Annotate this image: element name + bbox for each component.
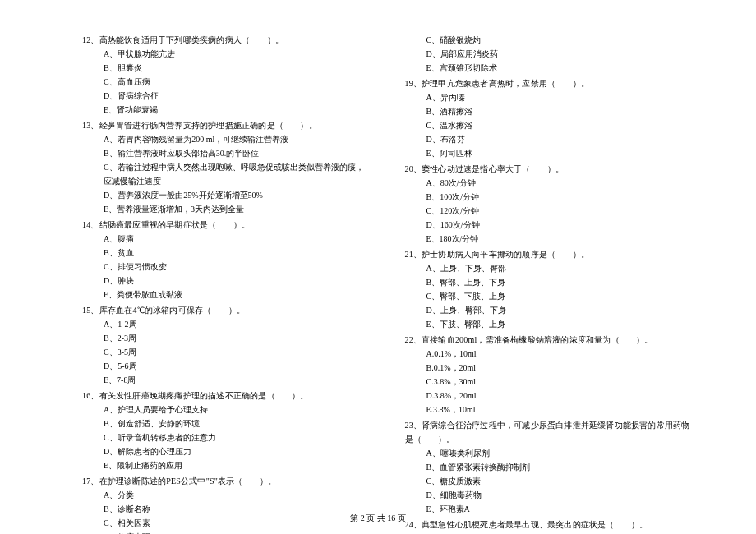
- question-title: 12、高热能饮食适用于下列哪类疾病的病人（ ）。: [82, 33, 368, 47]
- option: E、180次/分钟: [426, 232, 691, 246]
- question: 14、结肠癌最应重视的早期症状是（ ）。A、腹痛B、贫血C、排便习惯改变D、肿块…: [82, 218, 368, 302]
- option: D、5-6周: [104, 359, 368, 373]
- option: D、营养液浓度一般由25%开始逐渐增至50%: [104, 188, 368, 202]
- options: A、腹痛B、贫血C、排便习惯改变D、肿块E、粪便带脓血或黏液: [82, 232, 368, 302]
- option: A、腹痛: [104, 232, 368, 246]
- option: E、粪便带脓血或黏液: [104, 288, 368, 302]
- question-title: 16、有关发性肝癌晚期疼痛护理的描述不正确的是（ ）。: [82, 389, 368, 403]
- options: A、80次/分钟B、100次/分钟C、120次/分钟D、160次/分钟E、180…: [405, 176, 691, 246]
- options: C、硝酸银烧灼D、局部应用消炎药E、宫颈锥形切除术: [405, 33, 691, 75]
- option: C.3.8%，30ml: [426, 375, 691, 389]
- question: 21、护士协助病人向平车挪动的顺序是（ ）。A、上身、下身、臀部B、臀部、上身、…: [405, 247, 691, 331]
- options: A、甲状腺功能亢进B、胆囊炎C、高血压病D、肾病综合征E、肾功能衰竭: [82, 47, 368, 117]
- option: B、2-3周: [104, 331, 368, 345]
- option: E、限制止痛药的应用: [104, 458, 368, 472]
- question-title: 17、在护理诊断陈述的PES公式中"S"表示（ ）。: [82, 474, 368, 488]
- option: A、80次/分钟: [426, 176, 691, 190]
- question-title: 15、库存血在4℃的冰箱内可保存（ ）。: [82, 303, 368, 317]
- option: A、若胃内容物残留量为200 ml，可继续输注营养液: [104, 132, 368, 146]
- option: B、贫血: [104, 246, 368, 260]
- question: 13、经鼻胃管进行肠内营养支持的护理措施正确的是（ ）。A、若胃内容物残留量为2…: [82, 118, 368, 216]
- question-title: 13、经鼻胃管进行肠内营养支持的护理措施正确的是（ ）。: [82, 118, 368, 132]
- question: 16、有关发性肝癌晚期疼痛护理的描述不正确的是（ ）。A、护理人员要给予心理支持…: [82, 389, 368, 472]
- options: A、噻嗪类利尿剂B、血管紧张素转换酶抑制剂C、糖皮质激素D、细胞毒药物E、环孢素…: [405, 446, 691, 516]
- page-footer: 第 2 页 共 16 页: [0, 513, 756, 524]
- option: C、120次/分钟: [426, 204, 691, 218]
- question-title: 23、肾病综合征治疗过程中，可减少尿蛋白排泄并延缓肾功能损害的常用药物是（ ）。: [405, 418, 691, 446]
- option: A、噻嗪类利尿剂: [426, 446, 691, 460]
- options: A、1-2周B、2-3周C、3-5周D、5-6周E、7-8周: [82, 317, 368, 387]
- question-title: 21、护士协助病人向平车挪动的顺序是（ ）。: [405, 247, 691, 261]
- option: B、臀部、上身、下身: [426, 275, 691, 289]
- question: 15、库存血在4℃的冰箱内可保存（ ）。A、1-2周B、2-3周C、3-5周D、…: [82, 303, 368, 387]
- option: D、肾病综合征: [104, 89, 368, 103]
- option: B、酒精擦浴: [426, 104, 691, 118]
- option: E.3.8%，10ml: [426, 403, 691, 417]
- option: D、布洛芬: [426, 132, 691, 146]
- question: 19、护理甲亢危象患者高热时，应禁用（ ）。A、异丙嗪B、酒精擦浴C、温水擦浴D…: [405, 76, 691, 160]
- question: 17、在护理诊断陈述的PES公式中"S"表示（ ）。A、分类B、诊断名称C、相关…: [82, 474, 368, 534]
- option: E、宫颈锥形切除术: [426, 61, 691, 75]
- options: A、异丙嗪B、酒精擦浴C、温水擦浴D、布洛芬E、阿司匹林: [405, 90, 691, 160]
- question-title: 19、护理甲亢危象患者高热时，应禁用（ ）。: [405, 76, 691, 90]
- option: B、血管紧张素转换酶抑制剂: [426, 460, 691, 474]
- options: A、分类B、诊断名称C、相关因素D、临床表现E、主诉: [82, 488, 368, 534]
- question: 23、肾病综合征治疗过程中，可减少尿蛋白排泄并延缓肾功能损害的常用药物是（ ）。…: [405, 418, 691, 516]
- option: C、温水擦浴: [426, 118, 691, 132]
- option: D、局部应用消炎药: [426, 47, 691, 61]
- option: C、3-5周: [104, 345, 368, 359]
- option: A、异丙嗪: [426, 90, 691, 104]
- option: C、高血压病: [104, 75, 368, 89]
- question-title: 20、窦性心动过速是指心率大于（ ）。: [405, 162, 691, 176]
- question: C、硝酸银烧灼D、局部应用消炎药E、宫颈锥形切除术: [405, 33, 691, 75]
- option: E、下肢、臀部、上身: [426, 317, 691, 331]
- option: D、解除患者的心理压力: [104, 444, 368, 458]
- option: D、肿块: [104, 274, 368, 288]
- option: B、创造舒适、安静的环境: [104, 417, 368, 430]
- option: D、细胞毒药物: [426, 488, 691, 502]
- options: A、上身、下身、臀部B、臀部、上身、下身C、臀部、下肢、上身D、上身、臀部、下身…: [405, 261, 691, 331]
- question: 20、窦性心动过速是指心率大于（ ）。A、80次/分钟B、100次/分钟C、12…: [405, 162, 691, 246]
- question-title: 22、直接输血200ml，需准备枸橼酸钠溶液的浓度和量为（ ）。: [405, 333, 691, 347]
- option: C、硝酸银烧灼: [426, 33, 691, 47]
- option: A、护理人员要给予心理支持: [104, 403, 368, 417]
- option: A.0.1%，10ml: [426, 347, 691, 361]
- option: C、糖皮质激素: [426, 474, 691, 488]
- option: B.0.1%，20ml: [426, 361, 691, 375]
- option: E、7-8周: [104, 373, 368, 387]
- option: C、排便习惯改变: [104, 260, 368, 274]
- question: 12、高热能饮食适用于下列哪类疾病的病人（ ）。A、甲状腺功能亢进B、胆囊炎C、…: [82, 33, 368, 117]
- options: A、若胃内容物残留量为200 ml，可继续输注营养液B、输注营养液时应取头部抬高…: [82, 132, 368, 216]
- options: A.0.1%，10mlB.0.1%，20mlC.3.8%，30mlD.3.8%，…: [405, 347, 691, 417]
- option: C、若输注过程中病人突然出现咆嗽、呼吸急促或咳出类似营养液的痰，应减慢输注速度: [104, 160, 368, 188]
- option: A、分类: [104, 488, 368, 502]
- question: 22、直接输血200ml，需准备枸橼酸钠溶液的浓度和量为（ ）。A.0.1%，1…: [405, 333, 691, 417]
- question-title: 14、结肠癌最应重视的早期症状是（ ）。: [82, 218, 368, 232]
- left-column: 12、高热能饮食适用于下列哪类疾病的病人（ ）。A、甲状腺功能亢进B、胆囊炎C、…: [82, 33, 368, 501]
- options: A、护理人员要给予心理支持B、创造舒适、安静的环境C、听录音机转移患者的注意力D…: [82, 403, 368, 472]
- option: B、100次/分钟: [426, 190, 691, 204]
- option: B、胆囊炎: [104, 61, 368, 75]
- option: C、听录音机转移患者的注意力: [104, 430, 368, 444]
- right-column: C、硝酸银烧灼D、局部应用消炎药E、宫颈锥形切除术19、护理甲亢危象患者高热时，…: [405, 33, 691, 501]
- option: D、临床表现: [104, 530, 368, 534]
- option: D.3.8%，20ml: [426, 389, 691, 403]
- option: E、营养液量逐渐增加，3天内达到全量: [104, 202, 368, 216]
- option: E、肾功能衰竭: [104, 103, 368, 117]
- option: B、输注营养液时应取头部抬高30.的半卧位: [104, 146, 368, 160]
- option: D、上身、臀部、下身: [426, 303, 691, 317]
- option: D、160次/分钟: [426, 218, 691, 232]
- option: C、臀部、下肢、上身: [426, 289, 691, 303]
- option: A、甲状腺功能亢进: [104, 47, 368, 61]
- option: A、1-2周: [104, 317, 368, 331]
- content: 12、高热能饮食适用于下列哪类疾病的病人（ ）。A、甲状腺功能亢进B、胆囊炎C、…: [82, 33, 690, 501]
- option: E、阿司匹林: [426, 146, 691, 160]
- option: A、上身、下身、臀部: [426, 261, 691, 275]
